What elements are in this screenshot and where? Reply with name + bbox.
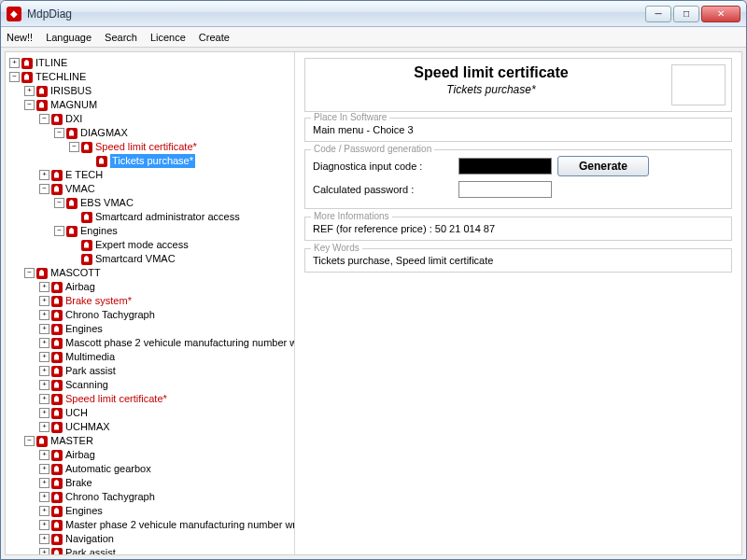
- page-subtitle: Tickets purchase*: [311, 83, 671, 96]
- calc-pwd-label: Calculated password :: [313, 184, 453, 195]
- section-label: Code / Password generation: [311, 144, 434, 154]
- detail-panel: Speed limit certificate Tickets purchase…: [295, 52, 741, 554]
- tree-navigation[interactable]: +Navigation: [9, 532, 292, 546]
- folder-icon: [51, 422, 63, 433]
- tree-multimedia[interactable]: +Multimedia: [9, 350, 292, 364]
- tree-brake2[interactable]: +Brake: [9, 476, 292, 490]
- folder-icon: [66, 198, 78, 209]
- folder-icon: [81, 254, 92, 265]
- folder-icon: [51, 324, 63, 335]
- tree-autogear[interactable]: +Automatic gearbox: [9, 462, 292, 476]
- menu-create[interactable]: Create: [199, 32, 230, 43]
- folder-icon: [51, 394, 63, 405]
- folder-icon: [51, 310, 63, 321]
- section-keywords: Key Words Tickets purchase, Speed limit …: [304, 248, 732, 273]
- folder-icon: [51, 170, 63, 181]
- window-controls: ─ □ ✕: [645, 6, 740, 22]
- folder-icon: [81, 142, 92, 153]
- tree-engines3[interactable]: +Engines: [9, 504, 292, 518]
- folder-icon: [66, 128, 78, 139]
- folder-icon: [51, 366, 63, 377]
- diag-input-label: Diagnostica input code :: [313, 161, 453, 172]
- tree-chrono2[interactable]: +Chrono Tachygraph: [9, 490, 292, 504]
- menu-licence[interactable]: Licence: [150, 32, 186, 43]
- tree-mascottp2[interactable]: +Mascott phase 2 vehicule manufacturing …: [9, 336, 292, 350]
- tree-smartadmin[interactable]: Smartcard administrator access: [9, 210, 292, 224]
- folder-icon: [81, 212, 92, 223]
- tree-techline[interactable]: −TECHLINE: [9, 70, 292, 84]
- header-box: Speed limit certificate Tickets purchase…: [304, 58, 732, 112]
- tree-master[interactable]: −MASTER: [9, 434, 292, 448]
- folder-icon: [51, 352, 63, 363]
- folder-icon: [36, 436, 48, 447]
- folder-icon: [36, 268, 48, 279]
- tree-speedlimit2[interactable]: +Speed limit certificate*: [9, 392, 292, 406]
- folder-icon: [51, 408, 63, 419]
- tree-parkassist2[interactable]: +Park assist: [9, 546, 292, 554]
- app-icon: ◆: [7, 7, 21, 21]
- folder-icon: [51, 450, 63, 461]
- tree-chrono[interactable]: +Chrono Tachygraph: [9, 308, 292, 322]
- folder-icon: [51, 296, 63, 307]
- tree-airbag[interactable]: +Airbag: [9, 280, 292, 294]
- tree-magnum[interactable]: −MAGNUM: [9, 98, 292, 112]
- window-title: MdpDiag: [27, 7, 645, 21]
- folder-icon: [51, 534, 63, 545]
- folder-icon: [66, 226, 78, 237]
- tree-diagmax[interactable]: −DIAGMAX: [9, 126, 292, 140]
- tree-smartvmac[interactable]: Smartcard VMAC: [9, 252, 292, 266]
- tree-engines[interactable]: −Engines: [9, 224, 292, 238]
- tree-uch[interactable]: +UCH: [9, 406, 292, 420]
- tree-brake[interactable]: +Brake system*: [9, 294, 292, 308]
- folder-icon: [96, 156, 107, 167]
- folder-icon: [21, 58, 33, 69]
- minimize-button[interactable]: ─: [645, 6, 671, 22]
- tree-scanning[interactable]: +Scanning: [9, 378, 292, 392]
- folder-icon: [36, 100, 48, 111]
- menubar: New!! Language Search Licence Create: [1, 27, 746, 48]
- tree-tickets[interactable]: Tickets purchase*: [9, 154, 292, 168]
- tree-irisbus[interactable]: +IRISBUS: [9, 84, 292, 98]
- tree-panel[interactable]: +ITLINE −TECHLINE +IRISBUS −MAGNUM −DXI …: [6, 52, 295, 554]
- menu-search[interactable]: Search: [105, 32, 137, 43]
- close-button[interactable]: ✕: [701, 6, 740, 22]
- menu-new[interactable]: New!!: [7, 32, 33, 43]
- calc-pwd-field[interactable]: [458, 181, 552, 198]
- folder-icon: [21, 72, 33, 83]
- page-title: Speed limit certificate: [311, 64, 671, 81]
- folder-icon: [51, 338, 63, 349]
- place-value: Main menu - Choice 3: [313, 124, 724, 135]
- section-label: Place In Software: [311, 112, 389, 122]
- folder-icon: [51, 464, 63, 475]
- maximize-button[interactable]: □: [673, 6, 699, 22]
- section-label: More Informations: [311, 211, 392, 221]
- tree-uchmax[interactable]: +UCHMAX: [9, 420, 292, 434]
- folder-icon: [51, 114, 63, 125]
- tree-itline[interactable]: +ITLINE: [9, 56, 292, 70]
- tree-dxi[interactable]: −DXI: [9, 112, 292, 126]
- folder-icon: [36, 86, 48, 97]
- tree-speedlimit[interactable]: −Speed limit certificate*: [9, 140, 292, 154]
- folder-icon: [51, 380, 63, 391]
- folder-icon: [51, 548, 63, 555]
- tree-etech[interactable]: +E TECH: [9, 168, 292, 182]
- tree-parkassist[interactable]: +Park assist: [9, 364, 292, 378]
- diag-input-field[interactable]: [458, 158, 552, 175]
- menu-language[interactable]: Language: [46, 32, 92, 43]
- folder-icon: [81, 240, 92, 251]
- image-placeholder: [671, 64, 726, 105]
- tree-vmac[interactable]: −VMAC: [9, 182, 292, 196]
- app-window: ◆ MdpDiag ─ □ ✕ New!! Language Search Li…: [0, 0, 747, 560]
- keywords-value: Tickets purchase, Speed limit certificat…: [313, 255, 724, 266]
- tree-masterp2[interactable]: +Master phase 2 vehicule manufacturing n…: [9, 518, 292, 532]
- tree-airbag2[interactable]: +Airbag: [9, 448, 292, 462]
- tree-ebsvmac[interactable]: −EBS VMAC: [9, 196, 292, 210]
- folder-icon: [51, 506, 63, 517]
- tree-expertmode[interactable]: Expert mode access: [9, 238, 292, 252]
- generate-button[interactable]: Generate: [557, 156, 649, 176]
- tree-engines2[interactable]: +Engines: [9, 322, 292, 336]
- tree-mascott[interactable]: −MASCOTT: [9, 266, 292, 280]
- section-code: Code / Password generation Diagnostica i…: [304, 149, 732, 209]
- titlebar[interactable]: ◆ MdpDiag ─ □ ✕: [1, 1, 746, 27]
- folder-icon: [51, 282, 63, 293]
